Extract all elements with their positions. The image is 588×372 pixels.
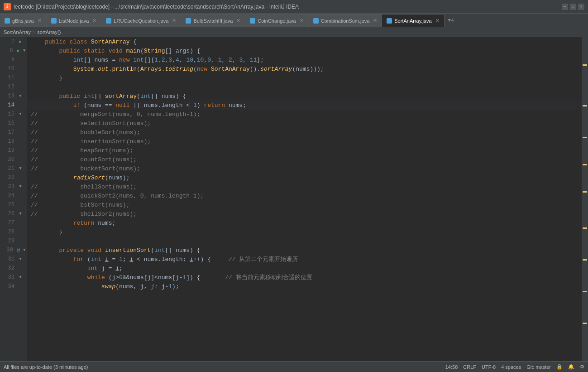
code-line-32: int j = i; [27, 264, 582, 273]
code-line-24: // quickSort2(nums, 0, nums.length-1); [27, 191, 582, 200]
code-line-7: public class SortAnArray { [27, 37, 582, 46]
status-line-ending[interactable]: CRLF [463, 364, 476, 370]
status-message: All files are up-to-date (3 minutes ago) [4, 364, 440, 370]
gutter-row-10: 10 [0, 64, 27, 73]
gutter-row-34: 34 [0, 282, 27, 291]
tab-sortAnArray[interactable]: SortAnArray.java ✕ [382, 14, 444, 27]
code-line-31: for (int i = 1; i < nums.length; i++) { … [27, 255, 582, 264]
tab-close-icon[interactable]: ✕ [38, 18, 42, 24]
line-num-22: 22 [0, 174, 17, 181]
tab-label: LRUCacheQuestion.java [114, 18, 168, 24]
status-encoding[interactable]: UTF-8 [482, 364, 496, 370]
tab-close-icon[interactable]: ✕ [373, 18, 377, 24]
close-button[interactable]: ✕ [578, 4, 584, 10]
line-num-27: 27 [0, 220, 17, 226]
scroll-mark-7 [583, 259, 587, 261]
scroll-gutter[interactable] [582, 37, 588, 361]
line-num-17: 17 [0, 129, 17, 135]
line-num-30: 30 [0, 247, 16, 253]
breadcrumb: SortAnArray > sortArray() [0, 27, 588, 37]
tab-close-icon[interactable]: ✕ [300, 18, 304, 24]
tab-bulbSwitch[interactable]: BulbSwitchIII.java ✕ [181, 14, 245, 27]
fold-icon-30[interactable]: ▼ [21, 248, 27, 252]
gutter-row-14: 14 [0, 101, 27, 110]
status-indent[interactable]: 4 spaces [501, 364, 521, 370]
scroll-mark-4 [583, 164, 587, 165]
tab-gBits[interactable]: gBits.java ✕ [0, 14, 47, 27]
gutter-row-31: 31 ▼ [0, 255, 27, 264]
notification-icon: 🔔 [568, 364, 574, 370]
tab-bar: gBits.java ✕ ListNode.java ✕ LRUCacheQue… [0, 14, 588, 27]
gutter-row-13: 13 ▼ [0, 92, 27, 101]
tab-close-icon[interactable]: ✕ [92, 18, 96, 24]
code-line-19: // heapSort(nums); [27, 146, 582, 155]
breadcrumb-sep1: > [33, 29, 35, 35]
tab-label: CoinChange.java [258, 18, 296, 24]
line-num-31: 31 [0, 256, 17, 262]
breadcrumb-part2[interactable]: sortArray() [37, 29, 61, 35]
tab-icon [5, 18, 10, 24]
line-num-34: 34 [0, 283, 17, 290]
fold-icon-31[interactable]: ▼ [17, 257, 24, 261]
annotation-icon-30: @ [16, 248, 22, 253]
code-line-18: // insertionSort(nums); [27, 137, 582, 146]
line-num-24: 24 [0, 193, 17, 199]
code-editor[interactable]: public class SortAnArray { public static… [27, 37, 582, 361]
line-num-26: 26 [0, 211, 17, 217]
code-line-14: if (nums == null || nums.length < 1) ret… [27, 101, 582, 110]
line-num-12: 12 [0, 84, 17, 90]
breadcrumb-part1[interactable]: SortAnArray [4, 29, 31, 35]
tab-listNode[interactable]: ListNode.java ✕ [47, 14, 102, 27]
app-icon: J [4, 3, 11, 10]
line-num-16: 16 [0, 120, 17, 126]
gutter-row-20: 20 [0, 155, 27, 164]
minimize-button[interactable]: — [562, 4, 568, 10]
window-controls[interactable]: — □ ✕ [562, 4, 584, 10]
code-line-33: while (j>0&&nums[j]<nums[j-1]) { // 将当前元… [27, 273, 582, 282]
code-line-11: } [27, 73, 582, 82]
scroll-mark-8 [583, 291, 587, 292]
gutter-row-18: 18 [0, 137, 27, 146]
tab-coinChange[interactable]: CoinChange.java ✕ [245, 14, 308, 27]
code-line-30: private void insertionSort(int[] nums) { [27, 246, 582, 255]
gutter-row-19: 19 [0, 146, 27, 155]
run-icon-8[interactable]: ▶ [16, 48, 22, 53]
code-line-34: swap(nums, j, j: j-1); [27, 282, 582, 291]
line-num-7: 7 [0, 39, 17, 45]
tab-lruCache[interactable]: LRUCacheQuestion.java ✕ [101, 14, 181, 27]
line-num-32: 32 [0, 265, 17, 271]
gutter-row-21: 21 ▼ [0, 164, 27, 173]
editor-area: 7 ▶ 8 ▶ ▼ 9 10 11 12 13 ▼ 14 15 ▼ [0, 37, 588, 361]
status-bar: All files are up-to-date (3 minutes ago)… [0, 361, 588, 372]
maximize-button[interactable]: □ [570, 4, 576, 10]
fold-icon-8[interactable]: ▼ [21, 48, 27, 53]
gutter-row-33: 33 ▼ [0, 273, 27, 282]
tab-label: BulbSwitchIII.java [193, 18, 233, 24]
line-num-18: 18 [0, 138, 17, 145]
fold-icon-23[interactable]: ▼ [17, 184, 24, 189]
scroll-mark-3 [583, 137, 587, 138]
fold-icon-21[interactable]: ▼ [17, 166, 24, 171]
line-num-28: 28 [0, 229, 17, 235]
code-line-17: // bubbleSort(nums); [27, 128, 582, 137]
tab-close-icon[interactable]: ✕ [435, 18, 440, 24]
tab-combinationSum[interactable]: CombinationSum.java ✕ [309, 14, 382, 27]
fold-icon-33[interactable]: ▼ [17, 275, 24, 280]
code-line-29 [27, 237, 582, 246]
settings-icon: ⚙ [580, 364, 584, 370]
gutter-row-22: 22 [0, 173, 27, 182]
tab-overflow[interactable]: ▼4 [445, 14, 458, 27]
fold-icon-13[interactable]: ▼ [17, 94, 24, 98]
line-num-20: 20 [0, 156, 17, 163]
tab-close-icon[interactable]: ✕ [172, 18, 176, 24]
code-line-21: // bucketSort(nums); [27, 164, 582, 173]
code-line-12 [27, 82, 582, 92]
fold-icon-15[interactable]: ▼ [17, 112, 24, 116]
run-icon-7[interactable]: ▶ [17, 39, 24, 44]
code-line-26: // shellSor2(nums); [27, 209, 582, 218]
code-line-15: // mergeSort(nums, 0, nums.length-1); [27, 110, 582, 119]
tab-close-icon[interactable]: ✕ [236, 18, 240, 24]
lock-icon: 🔒 [556, 364, 563, 370]
fold-icon-26[interactable]: ▼ [17, 212, 24, 216]
gutter-row-26: 26 ▼ [0, 209, 27, 218]
